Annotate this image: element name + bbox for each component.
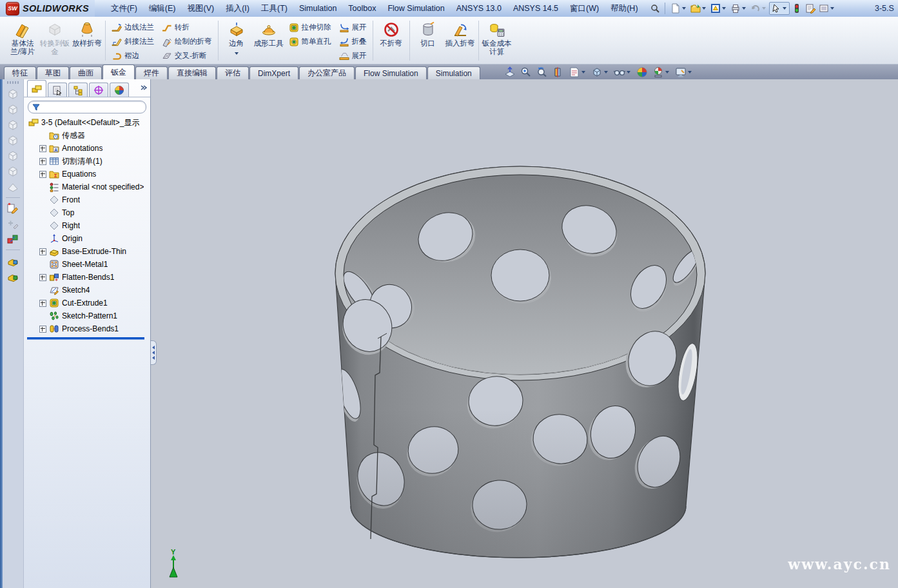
file-properties-button[interactable] xyxy=(804,3,817,14)
tab-features[interactable]: 特征 xyxy=(4,66,36,79)
corner-dropdown-icon[interactable] xyxy=(235,52,239,55)
tree-item-origin[interactable]: Origin xyxy=(24,232,150,245)
base-flange-button[interactable]: 基体法兰/薄片 xyxy=(6,18,39,63)
tab-flow-simulation[interactable]: Flow Simulation xyxy=(355,66,427,79)
tree-item-annotations[interactable]: AAnnotations xyxy=(24,142,150,155)
tree-item-cut-extrude1[interactable]: Cut-Extrude1 xyxy=(24,297,150,309)
tab-propertymanager[interactable] xyxy=(48,83,67,97)
expand-icon[interactable] xyxy=(39,248,46,255)
tab-evaluate[interactable]: 评估 xyxy=(217,66,249,79)
tab-sheetmetal[interactable]: 钣金 xyxy=(102,64,135,79)
tree-item-right-plane[interactable]: Right xyxy=(24,219,150,232)
display-style-button[interactable] xyxy=(591,66,609,78)
expand-icon[interactable] xyxy=(39,145,46,152)
tab-weldments[interactable]: 焊件 xyxy=(135,66,168,79)
menu-ansys-145[interactable]: ANSYS 14.5 xyxy=(507,2,564,15)
tab-featuremanager[interactable] xyxy=(27,80,46,97)
menu-ansys-13[interactable]: ANSYS 13.0 xyxy=(451,2,507,15)
print-button[interactable] xyxy=(729,3,748,14)
no-bends-button[interactable]: 不折弯 xyxy=(375,18,407,63)
more-panel-tabs-button[interactable] xyxy=(140,83,150,97)
tab-office-products[interactable]: 办公室产品 xyxy=(299,66,355,79)
unfold-button[interactable]: 展开 xyxy=(338,21,368,34)
undo-button[interactable] xyxy=(749,3,768,14)
tab-direct-editing[interactable]: 直接编辑 xyxy=(168,66,216,79)
expand-icon[interactable] xyxy=(39,274,46,281)
view-cube-tool-icon[interactable] xyxy=(6,150,19,162)
expand-icon[interactable] xyxy=(39,158,46,165)
tree-item-sketch4[interactable]: Sketch4 xyxy=(24,284,150,297)
options-button[interactable] xyxy=(817,3,837,14)
hide-show-items-button[interactable] xyxy=(614,66,632,78)
view-orientation-button[interactable] xyxy=(569,66,587,78)
feature-tree-filter-input[interactable] xyxy=(43,103,142,112)
tree-item-front-plane[interactable]: Front xyxy=(24,193,150,206)
sketched-bend-button[interactable]: 绘制的折弯 xyxy=(161,35,213,48)
tab-simulation[interactable]: Simulation xyxy=(427,66,480,79)
menu-tools[interactable]: 工具(T) xyxy=(255,1,293,16)
zoom-to-fit-button[interactable] xyxy=(504,66,516,78)
extruded-cut-button[interactable]: 拉伸切除 xyxy=(288,21,333,34)
tab-sketch[interactable]: 草图 xyxy=(37,66,69,79)
lofted-bend-button[interactable]: 放样折弯 xyxy=(71,18,103,63)
tree-item-material[interactable]: Material <not specified> xyxy=(24,181,150,193)
view-cube-tool-icon[interactable] xyxy=(6,88,19,101)
traffic-light-button[interactable] xyxy=(790,3,803,14)
corner-button[interactable]: 边角 xyxy=(220,18,253,63)
section-view-button[interactable] xyxy=(552,66,564,78)
expand-icon[interactable] xyxy=(39,326,46,333)
toolbar-grip[interactable] xyxy=(7,81,19,84)
jog-button[interactable]: 转折 xyxy=(161,21,213,34)
tree-item-sensors[interactable]: 传感器 xyxy=(24,129,150,142)
view-cube-tool-icon[interactable] xyxy=(6,165,19,178)
menu-insert[interactable]: 插入(I) xyxy=(220,1,255,16)
view-settings-button[interactable] xyxy=(675,66,693,78)
menu-view[interactable]: 视图(V) xyxy=(182,1,220,16)
search-button[interactable] xyxy=(649,3,661,14)
simple-hole-button[interactable]: 简单直孔 xyxy=(288,35,333,48)
view-cube-tool-icon[interactable] xyxy=(6,134,19,147)
rip-button[interactable]: 切口 xyxy=(412,18,444,63)
expand-icon[interactable] xyxy=(39,300,46,307)
open-button[interactable] xyxy=(689,3,708,14)
graphics-viewport[interactable]: Y www.ayc.cn xyxy=(151,79,898,588)
reference-geometry-icon[interactable] xyxy=(6,233,19,246)
menu-edit[interactable]: 编辑(E) xyxy=(143,1,182,16)
rollback-bar[interactable] xyxy=(27,337,144,339)
insert-bends-button[interactable]: 插入折弯 xyxy=(444,18,476,63)
menu-flow-simulation[interactable]: Flow Simulation xyxy=(382,2,450,15)
tree-item-flatten-bends1[interactable]: Flatten-Bends1 xyxy=(24,271,150,284)
previous-view-button[interactable] xyxy=(536,66,548,78)
zoom-to-area-button[interactable] xyxy=(520,66,532,78)
tree-item-process-bends1[interactable]: Process-Bends1 xyxy=(24,322,150,335)
model-cylinder[interactable] xyxy=(330,166,705,558)
view-cube-tool-icon[interactable] xyxy=(6,119,19,132)
apply-scene-button[interactable] xyxy=(652,66,670,78)
add-sketch-icon[interactable] xyxy=(6,217,19,230)
menu-window[interactable]: 窗口(W) xyxy=(564,1,605,16)
prism-tool-icon[interactable] xyxy=(6,181,19,193)
select-button[interactable] xyxy=(769,2,790,15)
miter-flange-button[interactable]: 斜接法兰 xyxy=(110,35,155,48)
menu-help[interactable]: 帮助(H) xyxy=(605,1,643,16)
tree-item-equations[interactable]: ΣEquations xyxy=(24,168,150,181)
tab-surfaces[interactable]: 曲面 xyxy=(70,66,102,79)
edge-flange-button[interactable]: 边线法兰 xyxy=(110,21,155,34)
expand-icon[interactable] xyxy=(39,171,46,178)
edit-sketch-icon[interactable] xyxy=(6,202,19,215)
forming-tool-button[interactable]: 成形工具 xyxy=(253,18,285,63)
flatten-button[interactable]: 展开 xyxy=(338,49,368,63)
tab-dimxpert[interactable]: DimXpert xyxy=(249,66,298,79)
save-button[interactable] xyxy=(709,3,728,14)
fold-button[interactable]: 折叠 xyxy=(338,35,368,48)
tree-item-sheet-metal1[interactable]: Sheet-Metal1 xyxy=(24,258,150,271)
menu-simulation[interactable]: Simulation xyxy=(293,2,342,15)
tree-item-sketch-pattern1[interactable]: Sketch-Pattern1 xyxy=(24,309,150,322)
tab-configurationmanager[interactable] xyxy=(68,83,88,97)
menu-file[interactable]: 文件(F) xyxy=(105,1,143,16)
tree-item-base-extrude-thin[interactable]: Base-Extrude-Thin xyxy=(24,245,150,258)
sheetmetal-cost-button[interactable]: 钣金成本计算 xyxy=(481,18,513,63)
cross-break-button[interactable]: 交叉-折断 xyxy=(161,49,213,63)
tab-dimxpertmanager[interactable] xyxy=(89,83,108,97)
extrude-tool-icon[interactable] xyxy=(6,254,19,267)
